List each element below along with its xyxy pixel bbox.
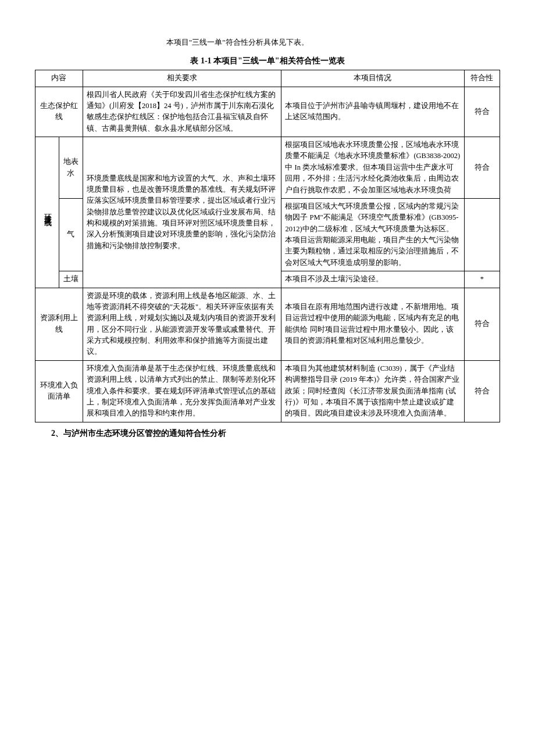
conformity-table: 内容 相关要求 本项目情况 符合性 生态保护红线 根四川省人民政府《关于印发四川… xyxy=(35,70,500,422)
table-title: 表 1-1 本项目"三线一单"相关符合性一览表 xyxy=(35,55,500,67)
cell-conformity: 符合 xyxy=(464,137,500,199)
cell-project: 本项目位于泸州市泸县喻寺镇周堰村，建设用地不在上述区域范围内。 xyxy=(281,87,464,137)
cell-conformity xyxy=(464,198,500,271)
cell-conformity: 符合 xyxy=(464,288,500,360)
cell-subcategory: 地表水 xyxy=(59,137,83,199)
intro-text: 本项目"三线一单"符合性分析具体见下表。 xyxy=(35,37,500,49)
table-row: 资源利用上线 资源是环境的载体，资源利用上线是各地区能源、水、土地等资源消耗不得… xyxy=(35,288,500,360)
cell-conformity: 符合 xyxy=(464,87,500,137)
header-category: 内容 xyxy=(35,70,83,87)
table-header-row: 内容 相关要求 本项目情况 符合性 xyxy=(35,70,500,87)
cell-category-group: 环境质量底线 xyxy=(35,137,59,288)
header-conformity: 符合性 xyxy=(464,70,500,87)
cell-category: 生态保护红线 xyxy=(35,87,83,137)
cell-project: 根据项目区域地表水环境质量公报，区域地表水环境质量不能满足《地表水环境质量标准》… xyxy=(281,137,464,199)
section-2-heading: 2、与泸州市生态环境分区管控的通知符合性分析 xyxy=(35,427,500,440)
cell-project: 本项目不涉及土壤污染途径。 xyxy=(281,271,464,288)
cell-subcategory: 土壤 xyxy=(59,271,83,288)
cell-requirement: 资源是环境的载体，资源利用上线是各地区能源、水、土地等资源消耗不得突破的"天花板… xyxy=(83,288,281,360)
cell-category: 资源利用上线 xyxy=(35,288,83,360)
cell-category: 环境准入负面清单 xyxy=(35,360,83,422)
cell-project: 根据项目区域大气环境质量公报，区域内的常规污染物因子 PM"不能满足《环境空气质… xyxy=(281,198,464,271)
cell-conformity: 符合 xyxy=(464,360,500,422)
cell-project: 本项目为其他建筑材料制造 (C3039)，属于《产业结构调整指导目录 (2019… xyxy=(281,360,464,422)
cell-requirement: 环境质量底线是国家和地方设置的大气、水、声和土壤环境质量目标，也是改善环境质量的… xyxy=(83,137,281,288)
cell-subcategory: 气 xyxy=(59,198,83,271)
cell-project: 本项目在原有用地范围内进行改建，不新增用地。项目运营过程中使用的能源为电能，区域… xyxy=(281,288,464,360)
table-row: 环境质量底线 地表水 环境质量底线是国家和地方设置的大气、水、声和土壤环境质量目… xyxy=(35,137,500,199)
table-row: 环境准入负面清单 环境准入负面清单是基于生态保护红线、环境质量底线和资源利用上线… xyxy=(35,360,500,422)
table-row: 生态保护红线 根四川省人民政府《关于印发四川省生态保护红线方案的通知》(川府发【… xyxy=(35,87,500,137)
header-requirement: 相关要求 xyxy=(83,70,281,87)
header-project: 本项目情况 xyxy=(281,70,464,87)
cell-conformity: * xyxy=(464,271,500,288)
cell-requirement: 环境准入负面清单是基于生态保护红线、环境质量底线和资源利用上线，以清单方式列出的… xyxy=(83,360,281,422)
cell-requirement: 根四川省人民政府《关于印发四川省生态保护红线方案的通知》(川府发【2018】24… xyxy=(83,87,281,137)
